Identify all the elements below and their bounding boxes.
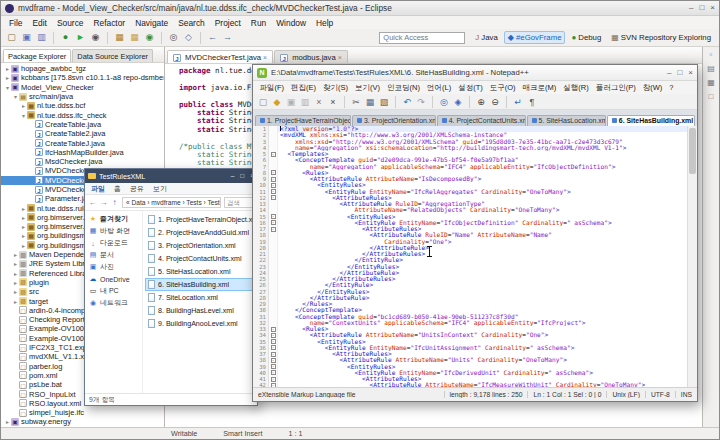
close-file-icon[interactable]: ×: [313, 96, 325, 108]
fold-collapse-icon[interactable]: -: [271, 170, 276, 175]
fold-collapse-icon[interactable]: -: [271, 333, 276, 338]
menu-search[interactable]: Search: [173, 18, 210, 28]
open-file-icon[interactable]: ◆: [271, 96, 283, 108]
fold-collapse-icon[interactable]: -: [271, 183, 276, 188]
file-item[interactable]: 2. ProjectHaveAnddGuid.xml: [145, 226, 255, 239]
menu-refactor[interactable]: Refactor: [88, 18, 130, 28]
expand-arrow-icon[interactable]: ▸: [4, 74, 11, 81]
outline-view-icon[interactable]: ▤: [707, 64, 715, 73]
npp-tab[interactable]: 5. SiteHasLocation.xml: [527, 115, 606, 126]
maximize-button[interactable]: □: [699, 4, 704, 12]
up-button[interactable]: ↑: [110, 198, 119, 207]
tree-item[interactable]: ▸▣subway.energy: [1, 417, 164, 426]
npp-menu-7[interactable]: 도구(O): [486, 83, 519, 93]
new-class-icon[interactable]: ◉: [143, 31, 156, 44]
fold-collapse-icon[interactable]: -: [271, 195, 276, 200]
npp-menu-12[interactable]: ?: [666, 83, 677, 92]
zoom-in-icon[interactable]: ⊕: [475, 96, 487, 108]
menu-source[interactable]: Source: [52, 18, 89, 28]
menu-help[interactable]: Help: [311, 18, 338, 28]
tree-item[interactable]: JCreateTableJ.java: [1, 138, 164, 147]
menu-navigate[interactable]: Navigate: [130, 18, 173, 28]
file-item[interactable]: 6. SiteHasBuilding.xml: [145, 278, 255, 291]
minimize-button[interactable]: –: [667, 69, 671, 77]
undo-icon[interactable]: ↶: [401, 96, 413, 108]
perspective-java[interactable]: JJava: [471, 31, 501, 44]
sidebar-item[interactable]: ◉네트워크: [85, 297, 142, 309]
npp-tab[interactable]: 6. SiteHasBuilding.xml×: [607, 115, 695, 126]
close-all-icon[interactable]: ×: [327, 96, 339, 108]
fold-collapse-icon[interactable]: -: [271, 377, 276, 382]
expand-arrow-icon[interactable]: ▸: [20, 102, 27, 109]
fold-collapse-icon[interactable]: -: [271, 339, 276, 344]
search-box[interactable]: 검색: [224, 197, 254, 208]
show-all-chars-icon[interactable]: ¶: [526, 96, 538, 108]
tree-item[interactable]: ▾▣Model_View_Checker: [1, 83, 164, 92]
expand-arrow-icon[interactable]: ▸: [4, 65, 11, 72]
fold-collapse-icon[interactable]: -: [271, 352, 276, 357]
save-all-icon[interactable]: ▥: [299, 96, 311, 108]
maximize-button[interactable]: □: [677, 69, 682, 77]
menu-project[interactable]: Project: [210, 18, 246, 28]
ribbon-tab-1[interactable]: 홈: [114, 184, 121, 194]
fold-collapse-icon[interactable]: -: [271, 189, 276, 194]
npp-menu-6[interactable]: 설정(T): [455, 83, 487, 93]
save-file-icon[interactable]: ▣: [285, 96, 297, 108]
expand-arrow-icon[interactable]: ▸: [12, 279, 19, 286]
paste-icon[interactable]: ▧: [378, 96, 390, 108]
copy-icon[interactable]: ▦: [364, 96, 376, 108]
save-all-icon[interactable]: ▥: [35, 31, 48, 44]
zoom-out-icon[interactable]: ⊖: [489, 96, 501, 108]
fold-collapse-icon[interactable]: -: [271, 152, 276, 157]
perspective-debug[interactable]: ●Debug: [567, 31, 605, 44]
encoding-label[interactable]: UTF-8: [645, 391, 675, 398]
tree-item[interactable]: ▾▦nl.tue.ddss.ifc_check: [1, 110, 164, 119]
perspective-svn[interactable]: ▦SVN Repository Exploring: [607, 31, 715, 44]
word-wrap-icon[interactable]: ↵: [512, 96, 524, 108]
expand-arrow-icon[interactable]: ▸: [12, 251, 19, 258]
new-wizard-icon[interactable]: ▢: [5, 31, 18, 44]
fold-collapse-icon[interactable]: -: [271, 227, 276, 232]
search-icon[interactable]: ◎: [167, 31, 180, 44]
find-icon[interactable]: ◎: [438, 96, 450, 108]
expand-arrow-icon[interactable]: ▾: [20, 112, 27, 119]
back-icon[interactable]: ←: [206, 31, 219, 44]
expand-arrow-icon[interactable]: ▸: [20, 232, 27, 239]
file-item[interactable]: 8. BuildingHasLevel.xml: [145, 304, 255, 317]
npp-menu-3[interactable]: 보기(V): [352, 83, 384, 93]
file-item[interactable]: 4. ProjectContactUnits.xml: [145, 252, 255, 265]
close-tab-icon[interactable]: ×: [263, 54, 267, 61]
ribbon-tab-3[interactable]: 보기: [153, 184, 167, 194]
redo-icon[interactable]: ↷: [415, 96, 427, 108]
menu-window[interactable]: Window: [271, 18, 311, 28]
minimize-button[interactable]: –: [689, 4, 693, 12]
tree-item[interactable]: ▢simpel_huisje.ifc: [1, 408, 164, 417]
close-button[interactable]: ×: [710, 4, 715, 12]
run-icon[interactable]: ►: [74, 31, 87, 44]
npp-menu-10[interactable]: 플러그인(P): [592, 83, 639, 93]
tree-item[interactable]: JCreateTable2.java: [1, 129, 164, 138]
scrollbar-thumb[interactable]: [689, 128, 696, 174]
file-item[interactable]: 9. BuildingAnooLevel.xml: [145, 317, 255, 330]
npp-menu-0[interactable]: 파일(F): [256, 83, 288, 93]
forward-icon[interactable]: →: [221, 31, 234, 44]
sidebar-item[interactable]: ▭내 PC: [85, 285, 142, 297]
cut-icon[interactable]: ✂: [350, 96, 362, 108]
tree-item[interactable]: JIfcHashMapBuilder.java: [1, 148, 164, 157]
editor-tab[interactable]: Jmodbus.java×: [274, 50, 348, 63]
eclipse-titlebar[interactable]: mvdframe - Model_View_Checker/src/main/j…: [1, 1, 719, 16]
vertical-scrollbar[interactable]: [687, 126, 697, 387]
tree-item[interactable]: JCreateTable.java: [1, 120, 164, 129]
quick-access-box[interactable]: Quick Access: [379, 32, 465, 44]
file-item[interactable]: 5. SiteHasLocation.xml: [145, 265, 255, 278]
sidebar-item[interactable]: ★즐겨찾기: [85, 213, 142, 225]
forward-button[interactable]: →: [99, 198, 108, 207]
expand-arrow-icon[interactable]: ▸: [20, 242, 27, 249]
npp-menu-1[interactable]: 편집(E): [288, 83, 320, 93]
npp-menu-4[interactable]: 인코딩(N): [384, 83, 424, 93]
expand-arrow-icon[interactable]: ▸: [12, 288, 19, 295]
eol-format-label[interactable]: Unix (LF): [606, 391, 645, 398]
npp-tab[interactable]: 4. ProjectContactUnits.xml: [437, 115, 526, 126]
tree-item[interactable]: JMsdChecker.java: [1, 157, 164, 166]
file-item[interactable]: 7. SiteLocation.xml: [145, 291, 255, 304]
